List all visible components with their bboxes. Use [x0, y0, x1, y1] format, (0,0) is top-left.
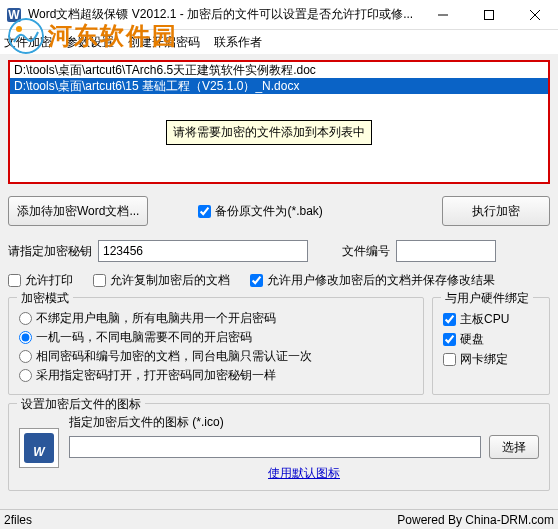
file-list[interactable]: D:\tools\桌面\artcut6\TArch6.5天正建筑软件实例教程.d… [8, 60, 550, 184]
allow-print-checkbox[interactable]: 允许打印 [8, 272, 73, 289]
bind-legend: 与用户硬件绑定 [441, 290, 533, 307]
menu-file-encrypt[interactable]: 文件加密 [4, 34, 52, 51]
icon-label: 指定加密后文件的图标 (*.ico) [69, 414, 224, 431]
menubar: 文件加密 参数设置 创建开启密码 联系作者 [0, 30, 558, 54]
client-area: D:\tools\桌面\artcut6\TArch6.5天正建筑软件实例教程.d… [0, 54, 558, 509]
svg-text:W: W [8, 8, 20, 22]
list-tooltip: 请将需要加密的文件添加到本列表中 [166, 120, 372, 145]
encrypt-mode-group: 加密模式 不绑定用户电脑，所有电脑共用一个开启密码 一机一码，不同电脑需要不同的… [8, 297, 424, 395]
menu-contact[interactable]: 联系作者 [214, 34, 262, 51]
allow-modify-input[interactable] [250, 274, 263, 287]
titlebar: W Word文档超级保镖 V2012.1 - 加密后的文件可以设置是否允许打印或… [0, 0, 558, 30]
bind-hdd[interactable]: 硬盘 [443, 331, 539, 348]
word-icon: W [19, 428, 59, 468]
file-row-selected[interactable]: D:\tools\桌面\artcut6\15 基础工程（V25.1.0）_N.d… [10, 78, 548, 94]
mode-legend: 加密模式 [17, 290, 73, 307]
bind-nic[interactable]: 网卡绑定 [443, 351, 539, 368]
add-file-button[interactable]: 添加待加密Word文档... [8, 196, 148, 226]
close-icon [530, 10, 540, 20]
status-left: 2files [4, 513, 32, 527]
fileno-label: 文件编号 [342, 243, 390, 260]
close-button[interactable] [512, 0, 558, 30]
icon-path-input[interactable] [69, 436, 481, 458]
statusbar: 2files Powered By China-DRM.com [0, 509, 558, 529]
bind-cpu[interactable]: 主板CPU [443, 311, 539, 328]
hardware-bind-group: 与用户硬件绑定 主板CPU 硬盘 网卡绑定 [432, 297, 550, 395]
allow-copy-input[interactable] [93, 274, 106, 287]
mode-option-2[interactable]: 一机一码，不同电脑需要不同的开启密码 [19, 329, 413, 346]
mode-option-3[interactable]: 相同密码和编号加密的文档，同台电脑只需认证一次 [19, 348, 413, 365]
backup-checkbox-input[interactable] [198, 205, 211, 218]
run-encrypt-button[interactable]: 执行加密 [442, 196, 550, 226]
icon-legend: 设置加密后文件的图标 [17, 396, 145, 413]
secret-input[interactable] [98, 240, 308, 262]
svg-text:W: W [33, 445, 46, 459]
allow-print-input[interactable] [8, 274, 21, 287]
backup-checkbox[interactable]: 备份原文件为(*.bak) [198, 203, 322, 220]
svg-rect-5 [485, 11, 494, 20]
maximize-button[interactable] [466, 0, 512, 30]
menu-settings[interactable]: 参数设置 [66, 34, 114, 51]
app-icon: W [6, 7, 22, 23]
backup-label: 备份原文件为(*.bak) [215, 203, 322, 220]
status-right: Powered By China-DRM.com [397, 513, 554, 527]
select-icon-button[interactable]: 选择 [489, 435, 539, 459]
default-icon-link[interactable]: 使用默认图标 [69, 465, 539, 482]
minimize-icon [438, 10, 448, 20]
mode-option-4[interactable]: 采用指定密码打开，打开密码同加密秘钥一样 [19, 367, 413, 384]
secret-label: 请指定加密秘钥 [8, 243, 92, 260]
mode-option-1[interactable]: 不绑定用户电脑，所有电脑共用一个开启密码 [19, 310, 413, 327]
minimize-button[interactable] [420, 0, 466, 30]
file-row[interactable]: D:\tools\桌面\artcut6\TArch6.5天正建筑软件实例教程.d… [10, 62, 548, 78]
allow-modify-checkbox[interactable]: 允许用户修改加密后的文档并保存修改结果 [250, 272, 495, 289]
icon-group: 设置加密后文件的图标 W 指定加密后文件的图标 (*.ico) 选择 使用默认图… [8, 403, 550, 491]
menu-create-password[interactable]: 创建开启密码 [128, 34, 200, 51]
fileno-input[interactable] [396, 240, 496, 262]
allow-copy-checkbox[interactable]: 允许复制加密后的文档 [93, 272, 230, 289]
maximize-icon [484, 10, 494, 20]
